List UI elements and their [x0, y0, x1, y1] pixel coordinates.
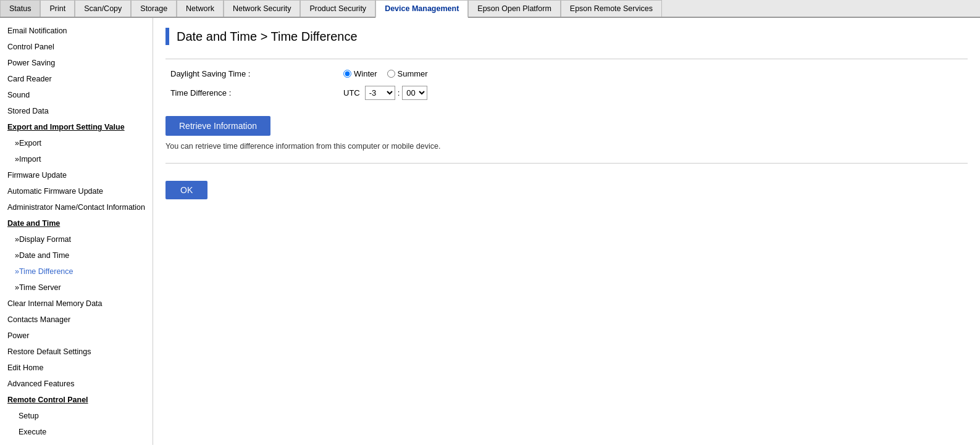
- sidebar-item-power-saving[interactable]: Power Saving: [0, 55, 153, 71]
- title-accent: [165, 28, 169, 45]
- sidebar-item--time-server[interactable]: »Time Server: [0, 280, 153, 296]
- main-layout: Email NotificationControl PanelPower Sav…: [0, 18, 980, 445]
- tab-scan/copy[interactable]: Scan/Copy: [75, 0, 131, 17]
- sidebar-item--time-difference[interactable]: »Time Difference: [0, 263, 153, 280]
- tab-product-security[interactable]: Product Security: [300, 0, 375, 17]
- time-difference-label: Time Difference :: [165, 82, 338, 104]
- utc-label: UTC: [343, 88, 360, 97]
- daylight-label: Daylight Saving Time :: [165, 65, 338, 82]
- sidebar-item-date-and-time[interactable]: Date and Time: [0, 215, 153, 231]
- utc-hour-select[interactable]: -12-11-10-9-8-7-6-5-4-3-2-10+1+2+3+4+5+6…: [365, 86, 395, 100]
- tab-storage[interactable]: Storage: [131, 0, 177, 17]
- sidebar-item-automatic-firmware-update[interactable]: Automatic Firmware Update: [0, 183, 153, 199]
- utc-colon: :: [398, 88, 400, 97]
- sidebar-item-restore-default-settings[interactable]: Restore Default Settings: [0, 344, 153, 360]
- sidebar-item--import[interactable]: »Import: [0, 151, 153, 167]
- summer-radio-label[interactable]: Summer: [387, 69, 428, 78]
- retrieve-info-text: You can retrieve time difference informa…: [165, 142, 968, 151]
- sidebar-item-stored-data[interactable]: Stored Data: [0, 103, 153, 119]
- sidebar-item-power[interactable]: Power: [0, 328, 153, 344]
- tab-bar: StatusPrintScan/CopyStorageNetworkNetwor…: [0, 0, 980, 18]
- sidebar-item-remote-control-panel[interactable]: Remote Control Panel: [0, 392, 153, 408]
- sidebar-item-advanced-features[interactable]: Advanced Features: [0, 376, 153, 392]
- page-title: Date and Time > Time Difference: [177, 30, 358, 44]
- sidebar-item-administrator-name-contact-information[interactable]: Administrator Name/Contact Information: [0, 199, 153, 215]
- utc-minute-select[interactable]: 00153045: [402, 86, 427, 100]
- daylight-radio-group: Winter Summer: [343, 69, 963, 78]
- sidebar-item-card-reader[interactable]: Card Reader: [0, 71, 153, 87]
- summer-label: Summer: [398, 69, 428, 78]
- content-area: Date and Time > Time Difference Daylight…: [153, 18, 980, 445]
- sidebar: Email NotificationControl PanelPower Sav…: [0, 18, 153, 445]
- retrieve-information-button[interactable]: Retrieve Information: [165, 116, 270, 136]
- sidebar-item-export-and-import-setting-value[interactable]: Export and Import Setting Value: [0, 119, 153, 135]
- sidebar-item-contacts-manager[interactable]: Contacts Manager: [0, 312, 153, 328]
- time-difference-row: Time Difference : UTC -12-11-10-9-8-7-6-…: [165, 82, 968, 104]
- tab-network[interactable]: Network: [177, 0, 224, 17]
- page-title-container: Date and Time > Time Difference: [165, 28, 968, 50]
- sidebar-item-clear-internal-memory-data[interactable]: Clear Internal Memory Data: [0, 296, 153, 312]
- tab-device-management[interactable]: Device Management: [375, 0, 468, 18]
- tab-epson-remote-services[interactable]: Epson Remote Services: [561, 0, 662, 17]
- sidebar-item-edit-home[interactable]: Edit Home: [0, 360, 153, 376]
- tab-epson-open-platform[interactable]: Epson Open Platform: [468, 0, 561, 17]
- tab-print[interactable]: Print: [40, 0, 75, 17]
- daylight-options: Winter Summer: [338, 65, 968, 82]
- ok-button[interactable]: OK: [165, 181, 207, 199]
- winter-label: Winter: [354, 69, 377, 78]
- sidebar-item-firmware-update[interactable]: Firmware Update: [0, 167, 153, 183]
- winter-radio[interactable]: [343, 70, 351, 78]
- daylight-row: Daylight Saving Time : Winter Summer: [165, 65, 968, 82]
- sidebar-item-sound[interactable]: Sound: [0, 87, 153, 103]
- form-table: Daylight Saving Time : Winter Summer: [165, 65, 968, 104]
- utc-group: UTC -12-11-10-9-8-7-6-5-4-3-2-10+1+2+3+4…: [343, 86, 963, 100]
- time-difference-options: UTC -12-11-10-9-8-7-6-5-4-3-2-10+1+2+3+4…: [338, 82, 968, 104]
- summer-radio[interactable]: [387, 70, 395, 78]
- sidebar-item-execute[interactable]: Execute: [0, 424, 153, 440]
- tab-status[interactable]: Status: [0, 0, 40, 17]
- sidebar-item-setup[interactable]: Setup: [0, 408, 153, 424]
- sidebar-item-control-panel[interactable]: Control Panel: [0, 39, 153, 55]
- tab-network-security[interactable]: Network Security: [224, 0, 300, 17]
- sidebar-item-email-notification[interactable]: Email Notification: [0, 23, 153, 39]
- sidebar-item--date-and-time[interactable]: »Date and Time: [0, 247, 153, 263]
- retrieve-section: Retrieve Information You can retrieve ti…: [165, 110, 968, 151]
- winter-radio-label[interactable]: Winter: [343, 69, 377, 78]
- sidebar-item--export[interactable]: »Export: [0, 135, 153, 151]
- bottom-divider: [165, 163, 968, 164]
- sidebar-item--display-format[interactable]: »Display Format: [0, 231, 153, 247]
- title-divider: [165, 59, 968, 59]
